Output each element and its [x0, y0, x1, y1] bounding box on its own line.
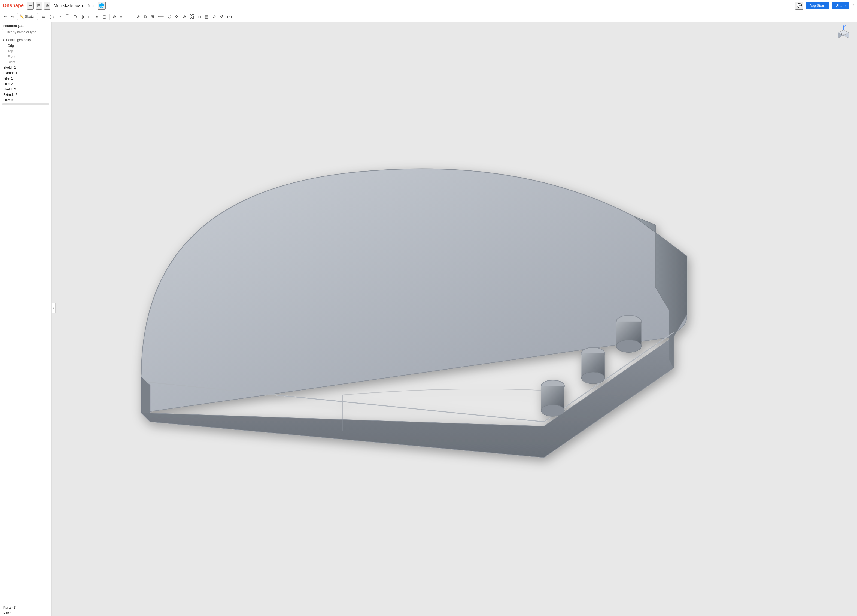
svg-text:Z: Z: [844, 25, 846, 28]
copy-tool[interactable]: ⿴: [188, 13, 196, 20]
orientation-cube[interactable]: Z Fr...: [832, 25, 854, 46]
default-geometry-header[interactable]: ▼ Default geometry: [0, 37, 51, 43]
tree-item-top[interactable]: Top: [0, 48, 51, 54]
tree-item-origin[interactable]: Origin: [0, 43, 51, 48]
more-tools[interactable]: ⋯: [124, 13, 132, 20]
variable-tool[interactable]: (x): [226, 13, 234, 20]
tree-item-sketch2[interactable]: Sketch 2: [0, 86, 51, 92]
tree-item-extrude1[interactable]: Extrude 1: [0, 70, 51, 76]
svg-point-5: [581, 372, 605, 384]
render-tool[interactable]: ⊙: [211, 13, 218, 20]
measure-tool[interactable]: ⊚: [181, 13, 188, 20]
tree-item-sketch1[interactable]: Sketch 1: [0, 65, 51, 70]
globe-icon[interactable]: 🌐: [97, 2, 106, 9]
tree-item-fillet1[interactable]: Fillet 1: [0, 76, 51, 81]
transform-tool[interactable]: ⟳: [173, 13, 180, 20]
split-tool[interactable]: ⧉: [142, 13, 149, 20]
tree-item-front[interactable]: Front: [0, 54, 51, 59]
tree-item-fillet2[interactable]: Fillet 2: [0, 81, 51, 86]
sim-tool[interactable]: ↺: [218, 13, 225, 20]
extrude-tool[interactable]: ⬡: [72, 13, 79, 20]
hamburger-menu[interactable]: ☰: [27, 2, 34, 9]
share-button[interactable]: Share: [832, 2, 849, 9]
onshape-logo: Onshape: [3, 3, 24, 8]
features-header: Features (11): [0, 22, 51, 29]
line-tool[interactable]: ↗: [56, 13, 63, 20]
scrollbar[interactable]: [2, 103, 49, 105]
parts-header: Parts (1): [0, 603, 51, 611]
draft-tool[interactable]: ⟐: [118, 13, 124, 20]
topbar: Onshape ☰ ⊞ ⊕ Mini skateboard Main 🌐 💬 A…: [0, 0, 857, 11]
loft-tool[interactable]: ◈: [94, 13, 100, 20]
mate-tool[interactable]: ⬡: [166, 13, 173, 20]
pencil-icon: ✏️: [19, 14, 24, 19]
comment-icon[interactable]: 💬: [795, 2, 803, 9]
section-tool[interactable]: ▤: [203, 13, 210, 20]
tree-item-part1[interactable]: Part 1: [0, 611, 51, 616]
mirror-tool[interactable]: ⟺: [156, 13, 166, 20]
branch-label: Main: [88, 3, 95, 8]
app-store-button[interactable]: App Store: [806, 2, 829, 9]
sidebar: Features (11) ▼ Default geometry Origin …: [0, 22, 52, 616]
sidebar-collapse-button[interactable]: ‹: [52, 303, 56, 313]
viewport[interactable]: Z Fr...: [52, 22, 857, 616]
help-button[interactable]: ?: [852, 3, 854, 8]
settings-icon[interactable]: ⊕: [44, 2, 50, 9]
sweep-tool[interactable]: ⊏: [87, 13, 93, 20]
plane-tool[interactable]: ▭: [40, 13, 47, 20]
revolve-tool[interactable]: ◑: [79, 13, 86, 20]
chevron-down-icon: ▼: [2, 39, 5, 42]
sketch-button[interactable]: ✏️ Sketch: [17, 13, 38, 20]
undo-button[interactable]: ↩: [2, 13, 9, 20]
svg-point-2: [616, 340, 641, 352]
toolbar: ↩ ↪ ✏️ Sketch ▭ ◯ ↗ ⌒ ⬡ ◑ ⊏ ◈ ▢ ⊕ ⟐ ⋯ ⊗ …: [0, 11, 857, 22]
hide-tool[interactable]: ◻: [196, 13, 203, 20]
svg-text:Fr...: Fr...: [841, 32, 846, 35]
fillet-tool[interactable]: ⌒: [64, 13, 71, 20]
intersect-tool[interactable]: ⊗: [135, 13, 142, 20]
tree-item-fillet3[interactable]: Fillet 3: [0, 97, 51, 103]
redo-button[interactable]: ↪: [9, 13, 16, 20]
view-toggle-icon[interactable]: ⊞: [36, 2, 42, 9]
main-area: Features (11) ▼ Default geometry Origin …: [0, 22, 857, 616]
circle-tool[interactable]: ◯: [48, 13, 56, 20]
tree-item-right[interactable]: Right: [0, 59, 51, 65]
filter-input[interactable]: [2, 29, 49, 36]
document-title: Mini skateboard: [54, 3, 84, 8]
shell-tool[interactable]: ▢: [101, 13, 108, 20]
svg-point-8: [541, 404, 565, 416]
pattern-tool[interactable]: ⊞: [149, 13, 156, 20]
boolean-tool[interactable]: ⊕: [111, 13, 118, 20]
tree-item-extrude2[interactable]: Extrude 2: [0, 92, 51, 97]
feature-tree: ▼ Default geometry Origin Top Front Righ…: [0, 37, 51, 602]
3d-model-canvas: [52, 22, 857, 616]
